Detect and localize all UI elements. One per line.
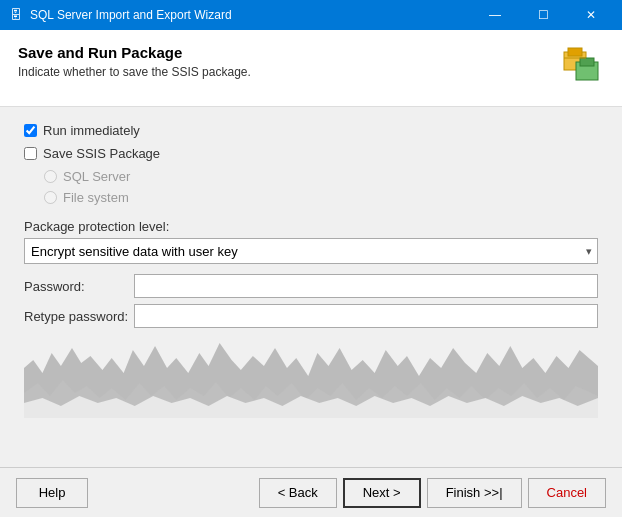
retype-password-label: Retype password: bbox=[24, 309, 134, 324]
back-button[interactable]: < Back bbox=[259, 478, 337, 508]
sql-server-row: SQL Server bbox=[44, 169, 598, 184]
minimize-button[interactable]: — bbox=[472, 0, 518, 30]
title-bar-text: SQL Server Import and Export Wizard bbox=[30, 8, 232, 22]
sql-server-radio[interactable] bbox=[44, 170, 57, 183]
file-system-radio[interactable] bbox=[44, 191, 57, 204]
package-level-dropdown-wrapper: Do not save sensitive data Encrypt sensi… bbox=[24, 238, 598, 264]
next-button[interactable]: Next > bbox=[343, 478, 421, 508]
file-system-label[interactable]: File system bbox=[63, 190, 129, 205]
svg-rect-1 bbox=[568, 48, 582, 56]
password-fields: Password: Retype password: bbox=[24, 274, 598, 328]
content-wrapper: Run immediately Save SSIS Package SQL Se… bbox=[0, 107, 622, 464]
password-input[interactable] bbox=[134, 274, 598, 298]
page-subtitle: Indicate whether to save the SSIS packag… bbox=[18, 65, 251, 79]
app-icon: 🗄 bbox=[8, 7, 24, 23]
header-icon bbox=[556, 44, 604, 92]
main-content: Run immediately Save SSIS Package SQL Se… bbox=[0, 107, 622, 434]
save-ssis-label[interactable]: Save SSIS Package bbox=[43, 146, 160, 161]
sql-server-label[interactable]: SQL Server bbox=[63, 169, 130, 184]
retype-password-input[interactable] bbox=[134, 304, 598, 328]
file-system-row: File system bbox=[44, 190, 598, 205]
footer: Help < Back Next > Finish >>| Cancel bbox=[0, 467, 622, 517]
title-bar-left: 🗄 SQL Server Import and Export Wizard bbox=[8, 7, 232, 23]
svg-rect-3 bbox=[580, 58, 594, 66]
password-row: Password: bbox=[24, 274, 598, 298]
page-title: Save and Run Package bbox=[18, 44, 251, 61]
package-level-select[interactable]: Do not save sensitive data Encrypt sensi… bbox=[24, 238, 598, 264]
save-ssis-row: Save SSIS Package bbox=[24, 146, 598, 161]
close-button[interactable]: ✕ bbox=[568, 0, 614, 30]
help-button[interactable]: Help bbox=[16, 478, 88, 508]
run-immediately-checkbox[interactable] bbox=[24, 124, 37, 137]
package-level-label: Package protection level: bbox=[24, 219, 598, 234]
run-immediately-row: Run immediately bbox=[24, 123, 598, 138]
save-ssis-checkbox[interactable] bbox=[24, 147, 37, 160]
package-level-group: Package protection level: Do not save se… bbox=[24, 219, 598, 264]
finish-button[interactable]: Finish >>| bbox=[427, 478, 522, 508]
title-bar: 🗄 SQL Server Import and Export Wizard — … bbox=[0, 0, 622, 30]
footer-right: < Back Next > Finish >>| Cancel bbox=[259, 478, 606, 508]
cancel-button[interactable]: Cancel bbox=[528, 478, 606, 508]
header-text: Save and Run Package Indicate whether to… bbox=[18, 44, 251, 79]
sub-options: SQL Server File system bbox=[44, 169, 598, 205]
retype-password-row: Retype password: bbox=[24, 304, 598, 328]
header: Save and Run Package Indicate whether to… bbox=[0, 30, 622, 107]
password-label: Password: bbox=[24, 279, 134, 294]
torn-decoration bbox=[24, 338, 598, 418]
run-immediately-label[interactable]: Run immediately bbox=[43, 123, 140, 138]
maximize-button[interactable]: ☐ bbox=[520, 0, 566, 30]
title-bar-controls: — ☐ ✕ bbox=[472, 0, 614, 30]
